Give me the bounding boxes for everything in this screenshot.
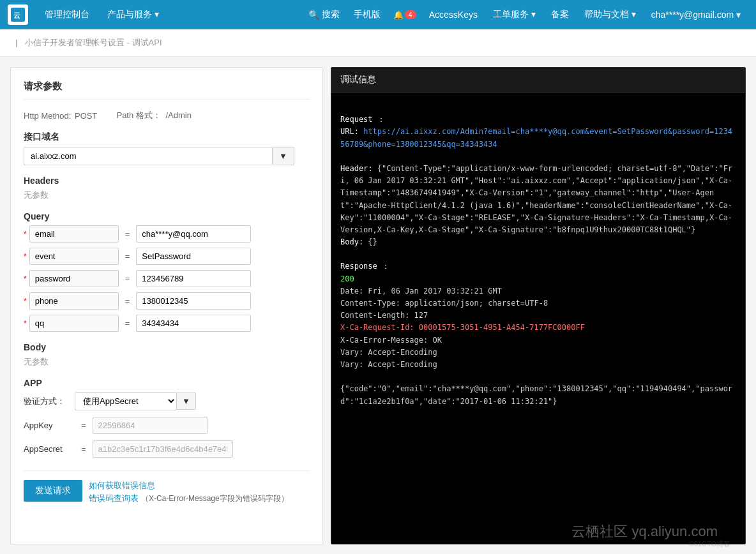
query-value-3[interactable]: [136, 292, 251, 310]
required-star-3: *: [24, 297, 27, 306]
required-star-1: *: [24, 252, 27, 261]
right-panel: 调试信息 Request ： URL: https://ai.aixxz.com…: [331, 67, 746, 544]
breadcrumb: | 小信子开发者管理帐号设置 - 调试API: [0, 29, 756, 57]
path-value: /Admin: [165, 110, 191, 120]
user-menu-btn[interactable]: cha****y@gmail.com ▾: [644, 0, 748, 29]
panel-footer: 发送请求 如何获取错误信息 错误码查询表 （X-Ca-Error-Message…: [24, 470, 310, 504]
auth-method-row: 验证方式： 使用AppSecret ▼: [24, 392, 310, 410]
backup-btn[interactable]: 备案: [543, 0, 577, 29]
query-field-4[interactable]: [29, 315, 119, 332]
error-code-row: 错误码查询表 （X-Ca-Error-Message字段为错误码字段）: [89, 493, 289, 504]
query-field-2[interactable]: [29, 270, 119, 287]
appkey-label: AppKey: [24, 421, 75, 430]
appsecret-label: AppSecret: [24, 444, 75, 454]
domain-dropdown-btn[interactable]: ▼: [273, 147, 294, 165]
headers-no-params: 无参数: [24, 190, 310, 201]
workorder-btn[interactable]: 工单服务 ▾: [485, 0, 543, 29]
query-row-2: * =: [24, 270, 310, 287]
query-field-0[interactable]: [29, 225, 119, 243]
help-btn[interactable]: 帮助与文档 ▾: [577, 0, 644, 29]
body-label: Body: [24, 342, 310, 352]
query-value-2[interactable]: [136, 270, 251, 287]
query-row-4: * =: [24, 315, 310, 332]
send-request-button[interactable]: 发送请求: [24, 480, 82, 502]
left-panel: 请求参数 Http Method: POST Path 格式： /Admin 接…: [10, 67, 323, 544]
bell-icon: 🔔: [393, 10, 404, 20]
access-keys-btn[interactable]: AccessKeys: [421, 0, 485, 29]
http-method-value: POST: [75, 111, 97, 121]
query-field-3[interactable]: [29, 292, 119, 310]
breadcrumb-separator: |: [15, 38, 17, 47]
query-table: * = * = * = * =: [24, 225, 310, 332]
footer-links: 如何获取错误信息 错误码查询表 （X-Ca-Error-Message字段为错误…: [89, 480, 289, 504]
auth-select-wrap: 使用AppSecret ▼: [75, 392, 196, 410]
breadcrumb-text: 小信子开发者管理帐号设置 - 调试API: [25, 38, 162, 47]
path-label: Path 格式： /Admin: [116, 110, 191, 121]
auth-dropdown-btn[interactable]: ▼: [177, 393, 196, 410]
query-row-1: * =: [24, 248, 310, 265]
appsecret-row: AppSecret =: [24, 440, 310, 458]
query-value-1[interactable]: [136, 248, 251, 265]
left-panel-title: 请求参数: [24, 80, 310, 100]
debug-title: 调试信息: [331, 68, 745, 93]
mobile-btn[interactable]: 手机版: [346, 0, 388, 29]
auth-method-label: 验证方式：: [24, 396, 75, 407]
headers-label: Headers: [24, 176, 310, 186]
query-row-0: * =: [24, 225, 310, 243]
required-star-4: *: [24, 319, 27, 328]
bell-btn[interactable]: 🔔 4: [388, 10, 421, 20]
query-value-4[interactable]: [136, 315, 251, 332]
appkey-row: AppKey =: [24, 417, 310, 434]
error-code-link[interactable]: 错误码查询表: [89, 493, 139, 504]
topnav-right: 🔍 搜索 手机版 🔔 4 AccessKeys 工单服务 ▾ 备案 帮助与文档 …: [299, 0, 748, 29]
eq-sign-0: =: [125, 229, 130, 239]
appsecret-eq: =: [81, 444, 86, 454]
query-label: Query: [24, 211, 310, 221]
search-btn[interactable]: 🔍 搜索: [299, 9, 346, 20]
required-star-2: *: [24, 274, 27, 283]
query-value-0[interactable]: [136, 225, 251, 243]
app-label: APP: [24, 378, 310, 388]
svg-text:云: 云: [13, 11, 20, 19]
body-no-params: 无参数: [24, 356, 310, 368]
nav-console[interactable]: 管理控制台: [36, 0, 98, 29]
domain-select-wrap: ai.aixxz.com ▼: [24, 147, 310, 165]
nav-products[interactable]: 产品与服务 ▾: [98, 0, 168, 29]
error-hint: （X-Ca-Error-Message字段为错误码字段）: [141, 493, 289, 504]
search-icon: 🔍: [308, 10, 319, 20]
main-layout: 请求参数 Http Method: POST Path 格式： /Admin 接…: [0, 57, 756, 554]
eq-sign-1: =: [125, 251, 130, 261]
eq-sign-3: =: [125, 296, 130, 306]
http-method-row: Http Method: POST Path 格式： /Admin: [24, 110, 310, 121]
logo: 云: [8, 4, 28, 25]
debug-content[interactable]: Request ： URL: https://ai.aixxz.com/Admi…: [331, 93, 745, 544]
http-method-key: Http Method:: [24, 111, 71, 121]
query-row-3: * =: [24, 292, 310, 310]
appkey-input[interactable]: [93, 417, 208, 434]
required-star-0: *: [24, 230, 27, 239]
search-label: 搜索: [322, 9, 340, 20]
auth-method-select[interactable]: 使用AppSecret: [75, 392, 177, 410]
eq-sign-4: =: [125, 318, 130, 328]
http-method-label: Http Method: POST: [24, 111, 97, 121]
app-section: APP 验证方式： 使用AppSecret ▼ AppKey = AppSecr…: [24, 378, 310, 458]
domain-select[interactable]: ai.aixxz.com: [24, 147, 273, 165]
interface-domain-label: 接口域名: [24, 131, 310, 143]
notification-badge: 4: [405, 10, 416, 19]
appkey-eq: =: [81, 421, 86, 430]
get-error-link[interactable]: 如何获取错误信息: [89, 480, 289, 491]
topnav: 云 管理控制台 产品与服务 ▾ 🔍 搜索 手机版 🔔 4 AccessKeys …: [0, 0, 756, 29]
query-field-1[interactable]: [29, 248, 119, 265]
eq-sign-2: =: [125, 274, 130, 283]
appsecret-input[interactable]: [93, 440, 233, 458]
